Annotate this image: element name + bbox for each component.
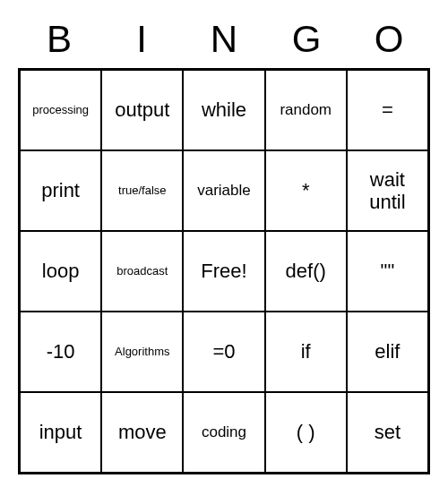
bingo-cell[interactable]: -10 xyxy=(20,312,101,392)
bingo-cell[interactable]: input xyxy=(20,392,101,473)
header-letter-b: B xyxy=(18,18,100,61)
bingo-cell[interactable]: processing xyxy=(20,70,101,150)
bingo-cell[interactable]: output xyxy=(101,70,183,150)
bingo-cell[interactable]: def() xyxy=(265,231,347,312)
bingo-cell[interactable]: true/false xyxy=(101,150,183,231)
header-letter-g: G xyxy=(265,18,348,61)
bingo-cell[interactable]: move xyxy=(101,392,183,473)
bingo-cell[interactable]: * xyxy=(265,150,347,231)
bingo-cell[interactable]: random xyxy=(265,70,347,150)
bingo-cell[interactable]: = xyxy=(347,70,428,150)
bingo-cell[interactable]: coding xyxy=(183,392,264,473)
bingo-cell[interactable]: =0 xyxy=(183,312,264,392)
bingo-cell[interactable]: if xyxy=(265,312,347,392)
bingo-cell[interactable]: ( ) xyxy=(265,392,347,473)
header-letter-o: O xyxy=(348,18,430,61)
bingo-free-cell[interactable]: Free! xyxy=(183,231,264,312)
bingo-grid: processing output while random = print t… xyxy=(18,68,430,474)
header-letter-n: N xyxy=(183,18,265,61)
bingo-cell[interactable]: "" xyxy=(347,231,428,312)
bingo-cell[interactable]: wait until xyxy=(347,150,428,231)
bingo-cell[interactable]: elif xyxy=(347,312,428,392)
bingo-cell[interactable]: broadcast xyxy=(101,231,183,312)
bingo-card: B I N G O processing output while random… xyxy=(18,18,430,474)
bingo-cell[interactable]: loop xyxy=(20,231,101,312)
bingo-header-row: B I N G O xyxy=(18,18,430,61)
bingo-cell[interactable]: while xyxy=(183,70,264,150)
bingo-cell[interactable]: print xyxy=(20,150,101,231)
bingo-cell[interactable]: variable xyxy=(183,150,264,231)
bingo-cell[interactable]: set xyxy=(347,392,428,473)
bingo-cell[interactable]: Algorithms xyxy=(101,312,183,392)
header-letter-i: I xyxy=(100,18,183,61)
